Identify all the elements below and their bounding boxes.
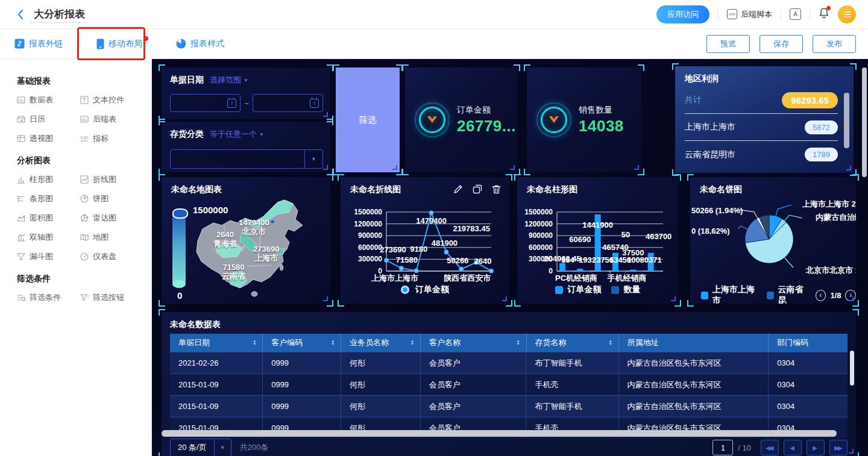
sidebar-item-条形图[interactable]: 条形图 bbox=[17, 189, 80, 208]
legend-swatch[interactable] bbox=[555, 286, 563, 294]
scrollbar-thumb[interactable] bbox=[844, 93, 849, 148]
column-header-客户编码[interactable]: 客户编码▲▼ bbox=[262, 334, 341, 352]
sidebar-item-指标[interactable]: 4,80指标 bbox=[80, 129, 143, 148]
resize-handle[interactable] bbox=[671, 296, 676, 301]
sidebar-item-饼图[interactable]: 饼图 bbox=[80, 189, 143, 208]
widget-metric-sales-qty[interactable]: 销售数量 14038 bbox=[527, 67, 641, 172]
horizontal-scrollbar[interactable] bbox=[162, 430, 837, 437]
prev-page-button[interactable]: ◀ bbox=[784, 440, 802, 455]
sort-icon[interactable]: ▲▼ bbox=[410, 340, 414, 346]
legend-label[interactable]: 上海市上海市 bbox=[712, 284, 759, 304]
category-mode-dropdown[interactable]: 等于任意一个▼ bbox=[210, 129, 264, 140]
page-title[interactable]: 大分析报表 bbox=[34, 7, 85, 21]
resize-handle[interactable] bbox=[849, 449, 854, 454]
date-from-input[interactable]: 7 bbox=[170, 94, 241, 112]
sort-icon[interactable]: ▲▼ bbox=[517, 340, 520, 346]
sort-icon[interactable]: ▲▼ bbox=[253, 340, 256, 346]
widget-map-chart[interactable]: 未命名地图表 1500000 0 bbox=[162, 177, 330, 304]
copy-icon[interactable] bbox=[473, 184, 482, 194]
widget-data-table[interactable]: 未命名数据表 单据日期▲▼客户编码▲▼业务员名称▲▼客户名称▲▼存货名称▲▼所属… bbox=[162, 312, 856, 456]
resize-handle[interactable] bbox=[502, 296, 507, 301]
region-profit-row[interactable]: 共计96293.65 bbox=[685, 87, 838, 114]
language-icon[interactable]: A bbox=[790, 8, 801, 20]
publish-button[interactable]: 发布 bbox=[813, 35, 856, 53]
widget-category-filter[interactable]: 存货分类 等于任意一个▼ ▼ bbox=[162, 122, 330, 172]
sidebar-item-漏斗图[interactable]: 漏斗图 bbox=[17, 247, 80, 266]
save-button[interactable]: 保存 bbox=[760, 35, 803, 53]
legend-swatch[interactable] bbox=[767, 292, 774, 299]
sidebar-item-日历[interactable]: 日历 bbox=[17, 110, 80, 129]
column-header-存货名称[interactable]: 存货名称▲▼ bbox=[526, 334, 618, 352]
sidebar-item-柱形图[interactable]: 柱形图 bbox=[17, 170, 80, 189]
widget-metric-order-amount[interactable]: 订单金额 26779... bbox=[405, 67, 517, 172]
page-number-input[interactable]: 1 bbox=[712, 440, 733, 455]
legend-label[interactable]: 订单金额 bbox=[568, 284, 602, 295]
sidebar-item-筛选条件[interactable]: 筛选条件 bbox=[17, 288, 80, 307]
tab-mobile-layout[interactable]: 移动布局 bbox=[96, 39, 142, 49]
sidebar-item-双轴图[interactable]: 双轴图 bbox=[17, 228, 80, 247]
sidebar-item-面积图[interactable]: 面积图 bbox=[17, 208, 80, 228]
notification-bell-icon[interactable] bbox=[819, 7, 829, 21]
legend-label[interactable]: 数量 bbox=[624, 284, 641, 295]
sidebar-item-透视图[interactable]: 透视图 bbox=[17, 129, 80, 148]
backend-script-button[interactable]: </> 后端脚本 bbox=[727, 9, 772, 20]
column-header-单据日期[interactable]: 单据日期▲▼ bbox=[170, 334, 262, 352]
legend-swatch[interactable] bbox=[611, 286, 619, 294]
date-range-mode-dropdown[interactable]: 选择范围▼ bbox=[210, 75, 248, 86]
edit-icon[interactable] bbox=[453, 184, 463, 194]
map-label: 2640青海省 bbox=[213, 230, 237, 248]
pie-legend-prev-button[interactable]: ‹ bbox=[816, 290, 826, 301]
widget-region-profit[interactable]: 地区利润 共计96293.65上海市上海市5872云南省昆明市1789 bbox=[675, 66, 854, 173]
widget-pie-chart[interactable]: 未命名饼图 50266 (1.94%) 0 (18.62%) 上海市上海市 27… bbox=[690, 177, 856, 304]
sort-icon[interactable]: ▲▼ bbox=[331, 340, 335, 346]
column-header-客户名称[interactable]: 客户名称▲▼ bbox=[420, 334, 526, 352]
avatar[interactable] bbox=[838, 5, 856, 23]
preview-button[interactable]: 预览 bbox=[706, 35, 750, 53]
resize-handle[interactable] bbox=[323, 296, 328, 301]
widget-filter-button[interactable]: 筛选 bbox=[336, 67, 400, 172]
sidebar-item-地图[interactable]: 地图 bbox=[80, 228, 143, 247]
widget-line-chart[interactable]: 未命名折线图 030000060000090000012000001500000… bbox=[341, 177, 509, 304]
widget-date-filter[interactable]: 单据日期 选择范围▼ 7 ~ 7 bbox=[162, 67, 330, 119]
sidebar-item-雷达图[interactable]: 雷达图 bbox=[80, 208, 143, 228]
resize-handle[interactable] bbox=[323, 165, 328, 170]
legend-label[interactable]: 云南省昆 bbox=[778, 284, 809, 304]
table-scrollbar-thumb[interactable] bbox=[850, 351, 854, 386]
tab-report-style[interactable]: 报表样式 bbox=[176, 39, 224, 49]
last-page-button[interactable]: ▶▶ bbox=[829, 440, 848, 455]
next-page-button[interactable]: ▶ bbox=[807, 440, 825, 455]
app-access-button[interactable]: 应用访问 bbox=[656, 5, 709, 23]
column-header-业务员名称[interactable]: 业务员名称▲▼ bbox=[341, 334, 420, 352]
legend-dot[interactable] bbox=[401, 286, 409, 294]
sidebar-item-折线图[interactable]: 折线图 bbox=[80, 170, 143, 189]
resize-handle[interactable] bbox=[323, 112, 328, 117]
legend-swatch[interactable] bbox=[701, 292, 708, 299]
calendar-icon: 7 bbox=[310, 99, 319, 108]
table-row[interactable]: 2021-02-260999何彤会员客户布丁智能手机内蒙古自治区包头市东河区03… bbox=[170, 352, 848, 373]
resize-handle[interactable] bbox=[846, 166, 851, 170]
sidebar-item-数据表[interactable]: 数据表 bbox=[17, 90, 80, 110]
resize-handle[interactable] bbox=[849, 296, 854, 301]
resize-handle[interactable] bbox=[634, 165, 639, 170]
table-row[interactable]: 2015-01-090999何彤会员客户手机壳内蒙古自治区包头市东河区0304 bbox=[170, 373, 848, 395]
table-row[interactable]: 2015-01-090999何彤会员客户布丁智能手机内蒙古自治区包头市东河区03… bbox=[170, 395, 848, 417]
sidebar-item-筛选按钮[interactable]: 筛选按钮 bbox=[80, 288, 143, 307]
page-size-select[interactable]: 20 条/页 ▼ bbox=[170, 439, 231, 456]
canvas-scrollbar[interactable] bbox=[862, 67, 867, 177]
resize-handle[interactable] bbox=[392, 165, 397, 170]
date-to-input[interactable]: 7 bbox=[253, 94, 323, 112]
region-profit-row[interactable]: 云南省昆明市1789 bbox=[685, 141, 838, 168]
delete-icon[interactable] bbox=[492, 184, 501, 194]
legend-label[interactable]: 订单金额 bbox=[415, 284, 449, 295]
region-profit-row[interactable]: 上海市上海市5872 bbox=[685, 114, 838, 141]
tab-report-link[interactable]: 报表外链 bbox=[14, 39, 63, 49]
sidebar-item-后端表[interactable]: 后端表 bbox=[80, 110, 143, 129]
category-select[interactable]: ▼ bbox=[170, 149, 323, 169]
widget-bar-chart[interactable]: 未命名柱形图 030000060000090000012000001500000… bbox=[517, 177, 678, 304]
sort-icon[interactable]: ▲▼ bbox=[609, 340, 612, 346]
sidebar-item-文本控件[interactable]: 文本控件 bbox=[80, 90, 143, 110]
resize-handle[interactable] bbox=[510, 165, 515, 170]
sidebar-item-仪表盘[interactable]: 仪表盘 bbox=[80, 247, 143, 266]
back-icon[interactable] bbox=[14, 8, 27, 20]
first-page-button[interactable]: ◀◀ bbox=[761, 440, 779, 455]
